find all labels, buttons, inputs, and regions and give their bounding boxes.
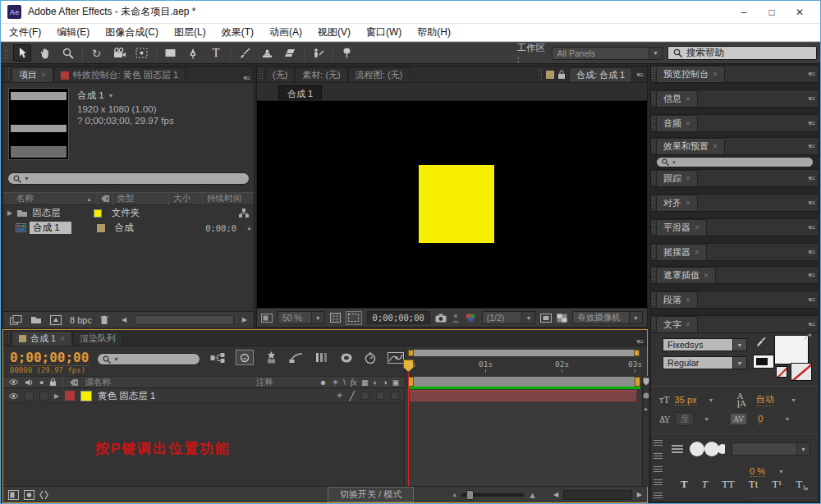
brainstorm-icon[interactable] — [264, 351, 278, 364]
comp-button-icon[interactable] — [643, 392, 649, 399]
menu-edit[interactable]: 编辑(E) — [57, 25, 89, 39]
new-folder-icon[interactable] — [30, 315, 42, 324]
close-icon[interactable]: × — [60, 334, 65, 343]
zoom-tool[interactable] — [59, 44, 77, 62]
menu-window[interactable]: 窗口(W) — [366, 25, 401, 39]
text-tool[interactable]: T — [207, 44, 225, 62]
bit-depth-button[interactable]: 8 bpc — [70, 315, 92, 325]
panel-menu-icon[interactable]: ▾≡ — [804, 248, 819, 256]
panel-menu-icon[interactable]: ▾≡ — [804, 70, 819, 78]
work-area-bar[interactable] — [408, 377, 640, 387]
switch-effects-icon[interactable]: fx — [351, 378, 356, 387]
tsume-value[interactable]: 0 % — [750, 466, 765, 477]
switch-shy-icon[interactable]: ☻ — [319, 378, 327, 387]
region-of-interest-icon[interactable] — [346, 311, 362, 325]
justify-icon[interactable] — [654, 479, 663, 487]
panel-menu-icon[interactable]: ▾≡ — [804, 174, 819, 182]
chevron-down-icon[interactable]: ▼ — [784, 416, 790, 422]
font-family-select[interactable]: Fixedsys▼ — [663, 338, 747, 351]
project-search-input[interactable]: ▼ — [7, 172, 250, 185]
scroll-left-icon[interactable]: ◀ — [122, 316, 126, 323]
tab-tracker[interactable]: 跟踪× — [656, 170, 698, 186]
close-icon[interactable]: × — [41, 71, 46, 80]
expand-inout-icon[interactable] — [39, 490, 48, 500]
tab-footage[interactable]: 素材: (无) — [295, 67, 347, 82]
tab-character[interactable]: 文字× — [656, 316, 698, 332]
tab-preview[interactable]: 预览控制台× — [656, 66, 725, 82]
all-caps-button[interactable]: TT — [722, 478, 735, 491]
close-icon[interactable]: × — [704, 271, 709, 280]
panel-menu-icon[interactable]: ▾≡ — [804, 296, 819, 304]
close-icon[interactable]: × — [695, 248, 699, 257]
menu-view[interactable]: 视图(V) — [318, 25, 351, 39]
column-source-name[interactable]: 源名称 — [85, 377, 111, 388]
menu-lines-icon[interactable] — [671, 444, 684, 454]
close-icon[interactable]: × — [686, 199, 690, 208]
panel-grip[interactable] — [5, 331, 10, 344]
no-fill-swatch[interactable] — [776, 366, 787, 378]
toggle-switches-modes-button[interactable]: 切换开关 / 模式 — [328, 487, 414, 502]
composition-canvas[interactable] — [257, 101, 647, 308]
current-time-display[interactable]: 0;00;00;00 — [10, 350, 89, 366]
tab-project[interactable]: 项目× — [11, 67, 53, 82]
minimize-button[interactable]: – — [730, 3, 758, 21]
panel-menu-icon[interactable]: ▾≡ — [632, 71, 647, 79]
navigator-end-handle[interactable] — [634, 350, 640, 356]
panel-grip[interactable] — [259, 67, 264, 80]
tab-mask-interpolation[interactable]: 遮罩插值× — [656, 267, 716, 283]
timeline-search-input[interactable]: ▼ — [97, 353, 200, 365]
chevron-down-icon[interactable]: ▼ — [709, 397, 714, 403]
tab-wiggler[interactable]: 摇摆器× — [656, 244, 707, 260]
font-size-value[interactable]: 35 px — [675, 395, 697, 405]
panel-menu-icon[interactable]: ▾≡ — [804, 199, 819, 207]
leading-value[interactable]: 自动 — [756, 393, 774, 406]
scroll-right-icon[interactable]: ▶ — [637, 491, 642, 498]
zoom-level-select[interactable]: 50 %▼ — [277, 311, 325, 324]
subscript-button[interactable]: T₁ — [796, 478, 805, 491]
shape-tool[interactable] — [162, 44, 180, 62]
scroll-left-icon[interactable]: ◀ — [553, 491, 558, 498]
tab-audio[interactable]: 音频× — [656, 115, 698, 131]
stroke-options-select[interactable]: ▼ — [732, 442, 810, 456]
scroll-up-icon[interactable]: ▲ — [246, 225, 252, 231]
layer-switch-box[interactable] — [361, 392, 369, 400]
tab-timeline-comp[interactable]: 合成 1 × — [11, 331, 72, 346]
close-icon[interactable]: × — [695, 223, 699, 232]
layer-collapse-icon[interactable]: ✳ — [337, 392, 343, 400]
zoom-out-mountain-icon[interactable]: ▲ — [452, 492, 457, 497]
grid-guides-icon[interactable] — [330, 313, 341, 323]
navigator-start-handle[interactable] — [408, 350, 414, 356]
item-name[interactable]: 固态层 — [32, 207, 61, 219]
clone-stamp-tool[interactable] — [259, 44, 277, 62]
time-ruler[interactable]: 0s 01s 02s 03s — [404, 346, 642, 376]
panel-menu-icon[interactable]: ▾≡ — [804, 320, 819, 328]
superscript-button[interactable]: T¹ — [772, 478, 782, 491]
panel-menu-icon[interactable]: ▾≡ — [632, 337, 647, 346]
lock-icon[interactable] — [557, 70, 566, 80]
indent-icon[interactable] — [654, 493, 663, 500]
channels-icon[interactable] — [465, 313, 477, 323]
label-color-icon[interactable] — [69, 378, 79, 387]
menu-effect[interactable]: 效果(T) — [222, 25, 254, 39]
effects-search-input[interactable]: ▼ — [656, 157, 814, 167]
pan-behind-tool[interactable] — [133, 44, 151, 62]
maximize-button[interactable]: □ — [758, 3, 786, 21]
close-icon[interactable]: × — [686, 174, 690, 183]
panel-menu-icon[interactable]: ▾≡ — [804, 119, 819, 127]
timeline-h-scrollbar[interactable] — [563, 490, 632, 500]
tab-effect-controls[interactable]: 特效控制台: 黄色 固态层 1 — [53, 67, 186, 82]
snapshot-icon[interactable] — [435, 314, 447, 323]
camera-tool[interactable] — [110, 44, 128, 62]
track-area[interactable] — [404, 389, 642, 487]
layer-duration-bar[interactable] — [409, 390, 637, 402]
help-search-input[interactable]: 搜索帮助 — [667, 46, 817, 60]
panel-menu-icon[interactable]: ▾≡ — [804, 271, 819, 279]
label-color-icon[interactable] — [100, 195, 110, 203]
label-swatch[interactable] — [97, 224, 105, 232]
camera-select[interactable]: 有效摄像机▼ — [572, 311, 643, 324]
audio-speaker-icon[interactable] — [25, 378, 34, 387]
close-icon[interactable]: × — [686, 94, 690, 103]
switch-motion-blur-icon[interactable]: ◐ — [374, 378, 378, 387]
switch-3d-icon[interactable]: ▣ — [392, 378, 399, 387]
switch-quality-icon[interactable]: \ — [343, 378, 346, 387]
